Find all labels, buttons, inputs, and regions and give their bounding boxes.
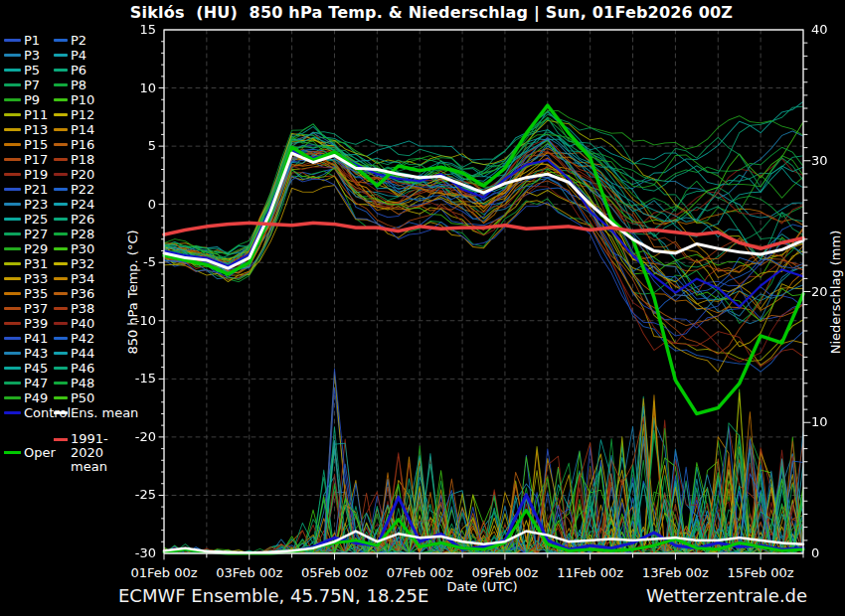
legend-item-oper-label: Oper xyxy=(24,445,56,460)
legend-item-p23-label: P23 xyxy=(24,197,48,212)
chart-title: Siklós (HU) 850 hPa Temp. & Niederschlag… xyxy=(130,3,733,22)
legend-item-p12-label: P12 xyxy=(71,107,94,122)
temp-axis-tick-15: 15 xyxy=(112,22,156,38)
temp-axis-tick--10: -10 xyxy=(112,313,156,329)
legend-item-p8-label: P8 xyxy=(71,77,86,92)
legend-item-p35-swatch xyxy=(4,292,21,295)
legend-item-p44-swatch xyxy=(54,352,68,355)
legend-item-p27-label: P27 xyxy=(24,227,48,241)
legend-item-p21-label: P21 xyxy=(24,182,48,197)
legend-item-p37-swatch xyxy=(4,307,21,310)
legend-item-p3-swatch xyxy=(4,54,21,57)
legend-item-p7-swatch xyxy=(4,83,21,86)
legend-item-p5-swatch xyxy=(4,69,21,72)
temp-axis-tick-0: 0 xyxy=(112,197,156,213)
legend-item-p33-swatch xyxy=(4,277,21,280)
legend-item-p18-swatch xyxy=(54,158,68,161)
legend-item-p15-label: P15 xyxy=(24,137,48,152)
legend-item-p39-label: P39 xyxy=(24,316,48,331)
legend-item-p20-swatch xyxy=(54,173,68,176)
date-axis-tick-1: 03Feb 00z xyxy=(205,565,294,581)
legend-item-p31-label: P31 xyxy=(24,256,48,271)
legend-item-p42-label: P42 xyxy=(71,331,94,346)
legend-item-p41-label: P41 xyxy=(24,331,48,346)
legend-row: P35P36 xyxy=(2,286,133,301)
precip-axis-tick-0: 0 xyxy=(811,545,819,561)
temp-axis-tick--15: -15 xyxy=(112,371,156,386)
legend-row: P19P20 xyxy=(2,167,133,182)
legend-item-p17-label: P17 xyxy=(24,152,48,167)
legend-item-p22-swatch xyxy=(54,188,68,191)
legend-item-p37-label: P37 xyxy=(24,301,48,316)
legend-item-p12-swatch xyxy=(54,113,68,116)
legend-item-p38-swatch xyxy=(54,307,68,310)
legend-row: P13P14 xyxy=(2,122,133,137)
legend-item-p30-swatch xyxy=(54,247,68,250)
legend-item-p9-swatch xyxy=(4,98,21,101)
temp-axis-tick-10: 10 xyxy=(112,80,156,96)
legend-item-p28-swatch xyxy=(54,232,68,235)
legend-item-p13-swatch xyxy=(4,128,21,131)
date-axis-tick-5: 11Feb 00z xyxy=(546,565,635,581)
precip-axis-tick-10: 10 xyxy=(811,414,828,430)
legend-item-p24-swatch xyxy=(54,203,68,206)
date-axis-tick-0: 01Feb 00z xyxy=(119,565,209,581)
legend-item-p25-swatch xyxy=(4,218,21,221)
legend-item-p19-label: P19 xyxy=(24,167,48,182)
legend-item-p29-label: P29 xyxy=(24,241,48,256)
x-axis-label: Date (UTC) xyxy=(446,579,517,594)
legend-item-p35-label: P35 xyxy=(24,286,48,301)
legend-item-p26-swatch xyxy=(54,218,68,221)
legend-item-p10-label: P10 xyxy=(71,92,94,107)
legend-item-p2-swatch xyxy=(54,39,68,42)
legend-item-p13-label: P13 xyxy=(24,122,48,137)
legend-item-p19-swatch xyxy=(4,173,21,176)
meteogram-canvas xyxy=(154,28,815,564)
legend-row: P5P6 xyxy=(2,63,133,77)
legend-item-p15-swatch xyxy=(4,143,21,146)
legend-row: P27P28 xyxy=(2,227,133,241)
legend-item-p16-swatch xyxy=(54,143,68,146)
legend-item-p43-label: P43 xyxy=(24,346,48,361)
date-axis-tick-2: 05Feb 00z xyxy=(289,565,379,581)
legend-item-ens-mean-swatch xyxy=(54,411,68,414)
legend-item-p10-swatch xyxy=(54,98,68,101)
legend-item-p31-swatch xyxy=(4,262,21,265)
legend-item-p20-label: P20 xyxy=(71,167,94,182)
legend-item-p32-label: P32 xyxy=(71,256,94,271)
legend-item-p1-label: P1 xyxy=(24,33,40,48)
legend-item-p29-swatch xyxy=(4,247,21,250)
legend-item-p45-swatch xyxy=(4,367,21,370)
legend-item-p33-label: P33 xyxy=(24,271,48,286)
legend-item-p11-swatch xyxy=(4,113,21,116)
legend-row: P43P44 xyxy=(2,346,133,361)
precip-axis-tick-20: 20 xyxy=(811,284,828,300)
legend-item-p6-swatch xyxy=(54,69,68,72)
legend-row: P3P4 xyxy=(2,48,133,63)
legend-item-p40-swatch xyxy=(54,322,68,325)
legend-item-p48-label: P48 xyxy=(71,376,94,390)
legend-item-p21-swatch xyxy=(4,188,21,191)
legend-item-p26-label: P26 xyxy=(71,212,94,227)
legend-row: P49P50 xyxy=(2,390,133,405)
legend-item-p30-label: P30 xyxy=(71,241,94,256)
legend-item-p7-label: P7 xyxy=(24,77,40,92)
temp-axis-tick--25: -25 xyxy=(112,487,156,503)
legend-row: P21P22 xyxy=(2,182,133,197)
legend-item-p46-label: P46 xyxy=(71,361,94,376)
date-axis-tick-6: 13Feb 00z xyxy=(630,565,720,581)
legend-item-p14-label: P14 xyxy=(71,122,94,137)
legend-item-p11-label: P11 xyxy=(24,107,48,122)
legend-item-p5-label: P5 xyxy=(24,63,40,77)
legend-item-p48-swatch xyxy=(54,382,68,385)
legend-row: P17P18 xyxy=(2,152,133,167)
footer-site-name: Wetterzentrale.de xyxy=(646,585,807,606)
legend-item-p2-label: P2 xyxy=(71,33,86,48)
legend-row: ControlEns. mean xyxy=(2,405,133,420)
legend-row: P33P34 xyxy=(2,271,133,286)
legend-item-p34-swatch xyxy=(54,277,68,280)
legend-item-oper-swatch xyxy=(4,451,21,454)
legend-item-p3-label: P3 xyxy=(24,48,40,63)
legend-item-p50-label: P50 xyxy=(71,390,94,405)
legend-item-p47-swatch xyxy=(4,382,21,385)
